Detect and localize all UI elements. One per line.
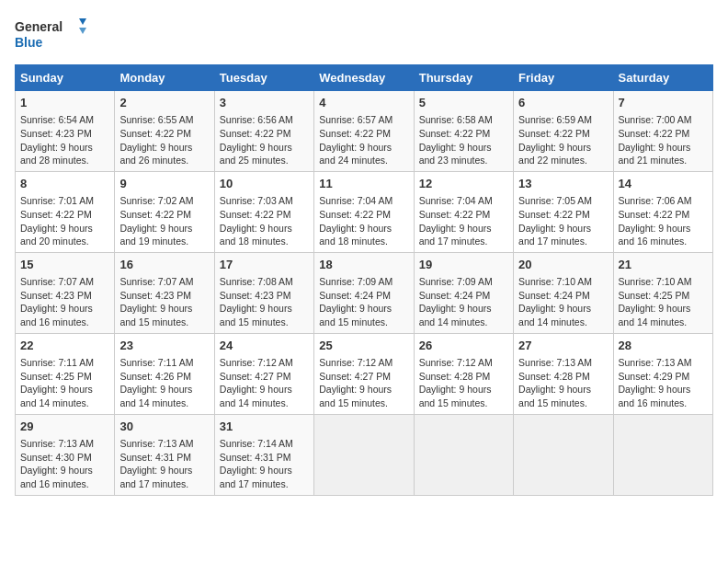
day-info: Sunrise: 7:04 AMSunset: 4:22 PMDaylight:… — [319, 194, 408, 248]
day-info: Sunrise: 7:09 AMSunset: 4:24 PMDaylight:… — [319, 275, 408, 329]
column-header-wednesday: Wednesday — [314, 65, 414, 91]
calendar-cell: 3Sunrise: 6:56 AMSunset: 4:22 PMDaylight… — [214, 91, 313, 172]
calendar-cell: 16Sunrise: 7:07 AMSunset: 4:23 PMDayligh… — [115, 252, 214, 333]
calendar-cell: 28Sunrise: 7:13 AMSunset: 4:29 PMDayligh… — [613, 333, 712, 414]
calendar-cell: 11Sunrise: 7:04 AMSunset: 4:22 PMDayligh… — [314, 171, 414, 252]
column-header-saturday: Saturday — [613, 65, 712, 91]
calendar-cell: 18Sunrise: 7:09 AMSunset: 4:24 PMDayligh… — [314, 252, 414, 333]
calendar-cell: 7Sunrise: 7:00 AMSunset: 4:22 PMDaylight… — [613, 91, 712, 172]
calendar-week-5: 29Sunrise: 7:13 AMSunset: 4:30 PMDayligh… — [16, 414, 713, 495]
calendar-cell: 2Sunrise: 6:55 AMSunset: 4:22 PMDaylight… — [115, 91, 214, 172]
calendar-cell: 10Sunrise: 7:03 AMSunset: 4:22 PMDayligh… — [214, 171, 313, 252]
day-number: 9 — [119, 176, 209, 192]
calendar-cell: 27Sunrise: 7:13 AMSunset: 4:28 PMDayligh… — [514, 333, 613, 414]
day-number: 22 — [20, 338, 109, 354]
calendar-cell: 14Sunrise: 7:06 AMSunset: 4:22 PMDayligh… — [613, 171, 712, 252]
day-info: Sunrise: 6:59 AMSunset: 4:22 PMDaylight:… — [518, 113, 608, 167]
day-info: Sunrise: 7:03 AMSunset: 4:22 PMDaylight:… — [220, 194, 309, 248]
calendar-cell: 29Sunrise: 7:13 AMSunset: 4:30 PMDayligh… — [16, 414, 115, 495]
calendar-cell: 24Sunrise: 7:12 AMSunset: 4:27 PMDayligh… — [214, 333, 313, 414]
day-info: Sunrise: 7:10 AMSunset: 4:25 PMDaylight:… — [619, 275, 708, 329]
day-info: Sunrise: 7:02 AMSunset: 4:22 PMDaylight:… — [119, 194, 209, 248]
day-info: Sunrise: 7:07 AMSunset: 4:23 PMDaylight:… — [20, 275, 109, 329]
page-header: General Blue — [15, 15, 713, 53]
day-number: 13 — [518, 176, 608, 192]
logo-svg: General Blue — [15, 15, 88, 53]
day-number: 21 — [619, 257, 708, 273]
day-info: Sunrise: 7:09 AMSunset: 4:24 PMDaylight:… — [419, 275, 508, 329]
calendar-cell: 12Sunrise: 7:04 AMSunset: 4:22 PMDayligh… — [414, 171, 513, 252]
calendar-cell: 5Sunrise: 6:58 AMSunset: 4:22 PMDaylight… — [414, 91, 513, 172]
day-info: Sunrise: 7:13 AMSunset: 4:29 PMDaylight:… — [619, 356, 708, 410]
day-info: Sunrise: 7:13 AMSunset: 4:31 PMDaylight:… — [119, 437, 209, 491]
day-info: Sunrise: 7:04 AMSunset: 4:22 PMDaylight:… — [419, 194, 508, 248]
day-number: 12 — [419, 176, 508, 192]
day-info: Sunrise: 7:00 AMSunset: 4:22 PMDaylight:… — [619, 113, 708, 167]
calendar-cell — [314, 414, 414, 495]
day-info: Sunrise: 7:12 AMSunset: 4:27 PMDaylight:… — [220, 356, 309, 410]
column-header-sunday: Sunday — [16, 65, 115, 91]
day-number: 31 — [220, 419, 309, 435]
day-info: Sunrise: 6:55 AMSunset: 4:22 PMDaylight:… — [119, 113, 209, 167]
day-number: 23 — [119, 338, 209, 354]
svg-marker-3 — [79, 28, 86, 34]
day-number: 25 — [319, 338, 408, 354]
day-info: Sunrise: 7:14 AMSunset: 4:31 PMDaylight:… — [220, 437, 309, 491]
calendar-week-4: 22Sunrise: 7:11 AMSunset: 4:25 PMDayligh… — [16, 333, 713, 414]
calendar-cell: 23Sunrise: 7:11 AMSunset: 4:26 PMDayligh… — [115, 333, 214, 414]
day-number: 7 — [619, 95, 708, 111]
column-header-thursday: Thursday — [414, 65, 513, 91]
calendar-week-2: 8Sunrise: 7:01 AMSunset: 4:22 PMDaylight… — [16, 171, 713, 252]
day-number: 26 — [419, 338, 508, 354]
calendar-week-1: 1Sunrise: 6:54 AMSunset: 4:23 PMDaylight… — [16, 91, 713, 172]
calendar-cell: 20Sunrise: 7:10 AMSunset: 4:24 PMDayligh… — [514, 252, 613, 333]
day-info: Sunrise: 6:57 AMSunset: 4:22 PMDaylight:… — [319, 113, 408, 167]
day-info: Sunrise: 7:05 AMSunset: 4:22 PMDaylight:… — [518, 194, 608, 248]
column-header-tuesday: Tuesday — [214, 65, 313, 91]
day-number: 3 — [220, 95, 309, 111]
day-number: 11 — [319, 176, 408, 192]
day-info: Sunrise: 6:54 AMSunset: 4:23 PMDaylight:… — [20, 113, 109, 167]
calendar-cell: 4Sunrise: 6:57 AMSunset: 4:22 PMDaylight… — [314, 91, 414, 172]
day-info: Sunrise: 7:01 AMSunset: 4:22 PMDaylight:… — [20, 194, 109, 248]
calendar-cell: 31Sunrise: 7:14 AMSunset: 4:31 PMDayligh… — [214, 414, 313, 495]
day-info: Sunrise: 7:06 AMSunset: 4:22 PMDaylight:… — [619, 194, 708, 248]
day-number: 28 — [619, 338, 708, 354]
calendar-table: SundayMondayTuesdayWednesdayThursdayFrid… — [15, 64, 713, 496]
calendar-body: 1Sunrise: 6:54 AMSunset: 4:23 PMDaylight… — [16, 91, 713, 496]
calendar-cell — [613, 414, 712, 495]
svg-marker-2 — [79, 18, 86, 25]
calendar-cell: 25Sunrise: 7:12 AMSunset: 4:27 PMDayligh… — [314, 333, 414, 414]
calendar-cell — [414, 414, 513, 495]
calendar-cell: 1Sunrise: 6:54 AMSunset: 4:23 PMDaylight… — [16, 91, 115, 172]
calendar-cell: 6Sunrise: 6:59 AMSunset: 4:22 PMDaylight… — [514, 91, 613, 172]
svg-text:Blue: Blue — [15, 35, 43, 50]
day-number: 16 — [119, 257, 209, 273]
logo: General Blue — [15, 15, 88, 53]
day-info: Sunrise: 7:07 AMSunset: 4:23 PMDaylight:… — [119, 275, 209, 329]
day-number: 18 — [319, 257, 408, 273]
calendar-cell: 26Sunrise: 7:12 AMSunset: 4:28 PMDayligh… — [414, 333, 513, 414]
day-info: Sunrise: 7:12 AMSunset: 4:28 PMDaylight:… — [419, 356, 508, 410]
calendar-cell: 19Sunrise: 7:09 AMSunset: 4:24 PMDayligh… — [414, 252, 513, 333]
column-header-monday: Monday — [115, 65, 214, 91]
day-number: 20 — [518, 257, 608, 273]
day-number: 14 — [619, 176, 708, 192]
day-number: 6 — [518, 95, 608, 111]
day-info: Sunrise: 6:56 AMSunset: 4:22 PMDaylight:… — [220, 113, 309, 167]
calendar-cell: 30Sunrise: 7:13 AMSunset: 4:31 PMDayligh… — [115, 414, 214, 495]
day-info: Sunrise: 7:11 AMSunset: 4:26 PMDaylight:… — [119, 356, 209, 410]
column-header-friday: Friday — [514, 65, 613, 91]
calendar-cell: 9Sunrise: 7:02 AMSunset: 4:22 PMDaylight… — [115, 171, 214, 252]
day-number: 30 — [119, 419, 209, 435]
day-number: 1 — [20, 95, 109, 111]
day-number: 8 — [20, 176, 109, 192]
day-info: Sunrise: 7:12 AMSunset: 4:27 PMDaylight:… — [319, 356, 408, 410]
day-number: 4 — [319, 95, 408, 111]
day-number: 17 — [220, 257, 309, 273]
day-number: 24 — [220, 338, 309, 354]
calendar-week-3: 15Sunrise: 7:07 AMSunset: 4:23 PMDayligh… — [16, 252, 713, 333]
day-number: 2 — [119, 95, 209, 111]
calendar-cell: 15Sunrise: 7:07 AMSunset: 4:23 PMDayligh… — [16, 252, 115, 333]
day-info: Sunrise: 6:58 AMSunset: 4:22 PMDaylight:… — [419, 113, 508, 167]
